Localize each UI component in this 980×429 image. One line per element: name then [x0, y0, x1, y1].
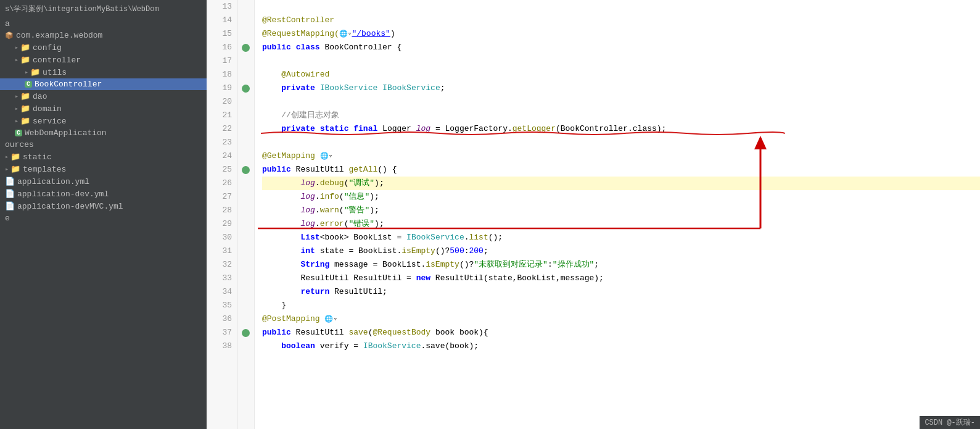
sidebar-item-WebDomApplication[interactable]: CWebDomApplication — [0, 127, 207, 139]
code-line-18: @Autowired — [262, 68, 980, 81]
line-number-24: 24 — [207, 149, 232, 163]
code-line-27: log.info("信息"); — [262, 190, 980, 204]
line-number-34: 34 — [207, 285, 232, 299]
token — [262, 285, 300, 299]
class-icon: C — [25, 81, 32, 88]
folder-arrow-icon: ▸ — [5, 165, 9, 173]
package-icon: 📦 — [5, 31, 14, 40]
code-area[interactable]: @RestController@RequestMapping(🌐▿"/books… — [255, 0, 980, 429]
token: log — [416, 122, 430, 136]
token: ( — [339, 190, 344, 204]
token: ResultUtil — [291, 163, 349, 177]
folder-icon: 📁 — [20, 116, 30, 126]
sidebar-item-application-dev-yml[interactable]: 📄application-dev.yml — [0, 188, 207, 200]
line-number-30: 30 — [207, 231, 232, 244]
gutter-cell-20 — [237, 95, 254, 109]
token: ); — [369, 190, 379, 204]
token: static — [320, 122, 349, 136]
sidebar-item-label: utils — [43, 68, 67, 77]
sidebar-item-application-devMVC-yml[interactable]: 📄application-devMVC.yml — [0, 200, 207, 212]
sidebar-item-templates[interactable]: ▸ 📁templates — [0, 163, 207, 175]
sidebar-item-label: a — [5, 19, 10, 28]
token: ResultUtil — [291, 326, 349, 339]
token — [348, 122, 353, 136]
token: = LoggerFactory. — [430, 122, 513, 136]
sidebar-item-bottom-e[interactable]: e — [0, 212, 207, 224]
token: ); — [369, 204, 379, 217]
gutter-cell-25 — [237, 163, 254, 177]
token: . — [315, 217, 320, 231]
token: ) — [390, 27, 395, 41]
token: Logger — [377, 122, 416, 136]
gutter-cell-35 — [237, 299, 254, 312]
code-line-35: } — [262, 299, 980, 312]
gutter-cell-21 — [237, 109, 254, 122]
token: 🌐▿ — [324, 312, 337, 326]
token: save — [348, 326, 368, 339]
sidebar-item-application-yml[interactable]: 📄application.yml — [0, 175, 207, 188]
token: ResultUtil; — [329, 285, 387, 299]
token: @RequestBody — [373, 326, 430, 339]
token — [262, 244, 300, 258]
token: ; — [484, 244, 488, 258]
token: IBookService — [320, 81, 378, 95]
token: String — [300, 258, 329, 272]
gutter-cell-17 — [237, 54, 254, 68]
code-line-22: private static final Logger log = Logger… — [262, 122, 980, 136]
token: ( — [344, 177, 349, 190]
code-line-15: @RequestMapping(🌐▿"/books") — [262, 27, 980, 41]
token: . — [464, 231, 469, 244]
sidebar-item-ources[interactable]: ources — [0, 139, 207, 151]
token: message = BookList. — [329, 258, 426, 272]
sidebar-item-config[interactable]: ▸ 📁config — [0, 41, 207, 54]
token — [262, 299, 281, 312]
sidebar-item-label: ources — [5, 140, 34, 149]
sidebar-item-BookController[interactable]: CBookController — [0, 78, 207, 90]
code-line-25: public ResultUtil getAll() { — [262, 163, 980, 177]
token: : — [464, 244, 469, 258]
token — [315, 122, 320, 136]
sidebar-item-utils[interactable]: ▸ 📁utils — [0, 66, 207, 78]
token: public — [262, 326, 291, 339]
folder-icon: 📁 — [10, 152, 20, 162]
sidebar-item-dao[interactable]: ▸ 📁dao — [0, 90, 207, 102]
sidebar-item-root-a[interactable]: a — [0, 18, 207, 30]
token: "警告" — [344, 204, 370, 217]
token — [262, 231, 300, 244]
gutter-cell-31 — [237, 244, 254, 258]
token — [262, 272, 300, 285]
token: ( — [344, 217, 349, 231]
token: ( — [368, 326, 373, 339]
token: 🌐▿ — [339, 27, 352, 41]
sidebar-item-service[interactable]: ▸ 📁service — [0, 115, 207, 127]
token — [262, 81, 281, 95]
sidebar-item-com-example[interactable]: 📦com.example.webdom — [0, 30, 207, 41]
token: boolean — [281, 339, 315, 353]
sidebar-item-static[interactable]: ▸ 📁static — [0, 151, 207, 163]
token: log — [300, 204, 315, 217]
folder-icon: 📁 — [20, 104, 30, 114]
token: ; — [594, 258, 599, 272]
token: <book> BookList = — [320, 231, 406, 244]
gutter-cell-22 — [237, 122, 254, 136]
token: list — [469, 231, 488, 244]
folder-icon: 📁 — [20, 91, 30, 101]
token: IBookService — [406, 231, 464, 244]
code-line-28: log.warn("警告"); — [262, 204, 980, 217]
sidebar-item-controller[interactable]: ▸ 📁controller — [0, 54, 207, 66]
line-numbers: 1314151617181920212223242526272829303132… — [207, 0, 237, 429]
line-number-19: 19 — [207, 81, 232, 95]
line-number-32: 32 — [207, 258, 232, 272]
line-number-18: 18 — [207, 68, 232, 81]
token: "错误" — [348, 217, 374, 231]
line-number-23: 23 — [207, 136, 232, 149]
breadcrumb: s\学习案例\integrationMyBatis\WebDom — [0, 2, 207, 18]
file-icon: 📄 — [5, 177, 15, 186]
gutter-cell-33 — [237, 272, 254, 285]
token: (); — [488, 231, 503, 244]
gutter-cell-28 — [237, 204, 254, 217]
token — [291, 41, 296, 54]
folder-arrow-icon: ▸ — [15, 44, 19, 51]
sidebar-item-domain[interactable]: ▸ 📁domain — [0, 102, 207, 115]
line-number-20: 20 — [207, 95, 232, 109]
